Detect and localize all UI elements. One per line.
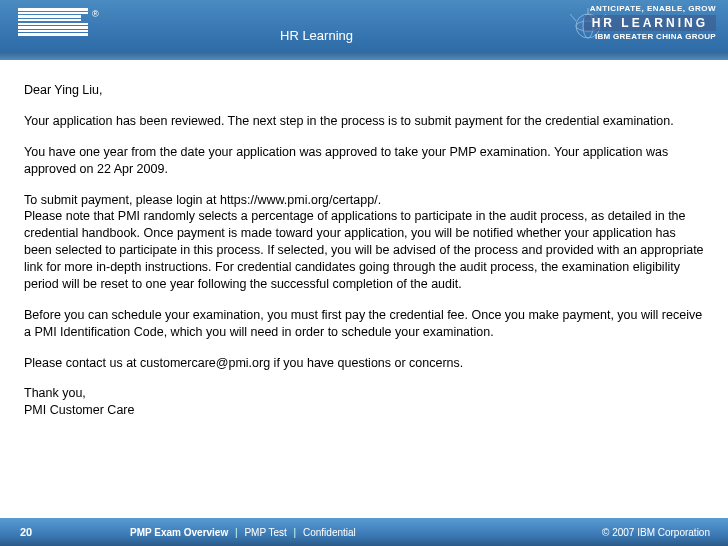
slide-header: ® HR Learning ANTICIPATE, ENABLE, GROW H…	[0, 0, 728, 52]
paragraph-reviewed: Your application has been reviewed. The …	[24, 113, 704, 130]
page-number: 20	[20, 526, 32, 538]
hr-learning-badge: HR LEARNING	[584, 15, 716, 31]
separator: |	[235, 527, 238, 538]
footer-sub1: PMP Test	[244, 527, 286, 538]
header-right: ANTICIPATE, ENABLE, GROW HR LEARNING IBM…	[584, 4, 716, 41]
letter-body: Dear Ying Liu, Your application has been…	[0, 60, 728, 419]
paragraph-one-year: You have one year from the date your app…	[24, 144, 704, 178]
ibm-logo: ®	[18, 8, 99, 36]
signature: PMI Customer Care	[24, 402, 704, 419]
tagline: ANTICIPATE, ENABLE, GROW	[584, 4, 716, 13]
footer-sub2: Confidential	[303, 527, 356, 538]
copyright: © 2007 IBM Corporation	[602, 527, 710, 538]
section-label: HR Learning	[280, 28, 353, 43]
paragraph-contact: Please contact us at customercare@pmi.or…	[24, 355, 704, 372]
paragraph-credential-fee: Before you can schedule your examination…	[24, 307, 704, 341]
footer-title: PMP Exam Overview	[130, 527, 228, 538]
separator: |	[294, 527, 297, 538]
slide-footer: 20 PMP Exam Overview | PMP Test | Confid…	[0, 518, 728, 546]
header-divider	[0, 52, 728, 60]
registered-mark: ®	[92, 9, 99, 19]
thanks: Thank you,	[24, 385, 704, 402]
region-label: IBM GREATER CHINA GROUP	[584, 32, 716, 41]
paragraph-submit-payment: To submit payment, please login at https…	[24, 192, 704, 209]
paragraph-audit-note: Please note that PMI randomly selects a …	[24, 208, 704, 292]
paragraph-payment-block: To submit payment, please login at https…	[24, 192, 704, 293]
greeting: Dear Ying Liu,	[24, 82, 704, 99]
ibm-logo-bars	[18, 8, 88, 36]
footer-breadcrumb: PMP Exam Overview | PMP Test | Confident…	[130, 527, 356, 538]
